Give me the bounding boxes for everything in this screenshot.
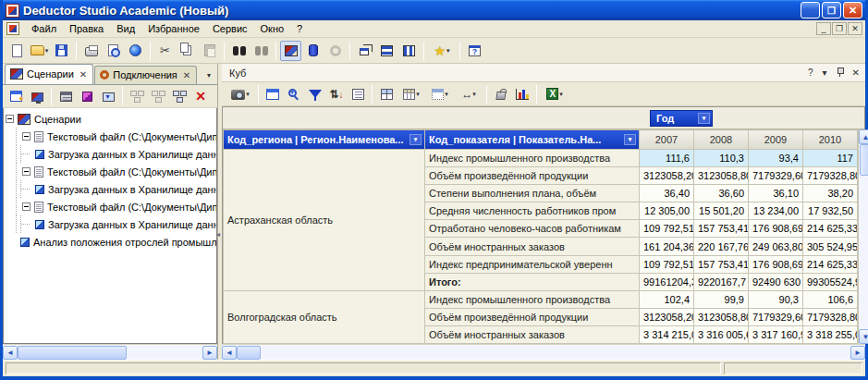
- scroll-left-icon[interactable]: ◄: [222, 346, 237, 360]
- collapse-icon[interactable]: [22, 202, 31, 211]
- value-cell[interactable]: 92490 630: [749, 273, 803, 290]
- links-button[interactable]: [169, 87, 189, 106]
- value-cell[interactable]: 13 234,00: [749, 202, 803, 220]
- value-cell[interactable]: 176 908,69: [749, 220, 803, 238]
- highlight-button[interactable]: [491, 84, 511, 104]
- menu-view[interactable]: Вид: [110, 21, 141, 36]
- tile-horizontal-button[interactable]: [376, 41, 397, 61]
- scroll-down-icon[interactable]: ▼: [859, 329, 868, 344]
- menu-help[interactable]: ?: [290, 21, 309, 36]
- scroll-left-icon[interactable]: ◄: [3, 346, 18, 360]
- value-cell[interactable]: 3123058,20: [640, 167, 694, 185]
- year-header-2009[interactable]: 2009: [749, 130, 803, 150]
- table-row[interactable]: Волгоградская область Индекс промышленно…: [224, 290, 858, 308]
- cube-dropdown-button[interactable]: ▾: [821, 67, 829, 78]
- value-cell[interactable]: 3123058,20: [640, 308, 694, 325]
- connections-view-button[interactable]: [302, 41, 324, 61]
- region-column-header[interactable]: Код_региона | Регион.Наименова...▾: [224, 130, 425, 150]
- menu-favorites[interactable]: Избранное: [141, 21, 206, 36]
- value-cell[interactable]: 36,40: [640, 185, 694, 202]
- menu-service[interactable]: Сервис: [206, 21, 254, 36]
- new-button[interactable]: [6, 41, 28, 61]
- scroll-right-icon[interactable]: ►: [850, 346, 865, 360]
- value-cell[interactable]: 90,3: [749, 290, 803, 308]
- value-cell[interactable]: 3 318 255,00: [803, 325, 858, 343]
- chart-button[interactable]: [512, 84, 532, 104]
- paste-button[interactable]: [199, 41, 220, 61]
- year-header-2010[interactable]: 2010: [803, 130, 858, 150]
- chevron-down-icon[interactable]: ▾: [624, 134, 636, 145]
- zoom-button[interactable]: [284, 84, 304, 104]
- value-cell[interactable]: 161 204,36: [640, 238, 694, 255]
- value-cell[interactable]: 3123058,80: [694, 167, 749, 185]
- value-cell[interactable]: 3 314 215,00: [640, 325, 694, 343]
- cube-button[interactable]: [77, 87, 97, 106]
- tree-horizontal-scrollbar[interactable]: ◄ ►: [3, 344, 217, 360]
- table-view-button[interactable]: ▾: [397, 84, 425, 104]
- status-view-button[interactable]: [324, 41, 346, 61]
- minimize-button[interactable]: _: [801, 2, 820, 18]
- year-header-2007[interactable]: 2007: [640, 130, 694, 150]
- mdi-close-button[interactable]: ✕: [848, 22, 862, 35]
- scroll-right-icon[interactable]: ►: [202, 346, 217, 360]
- tab-connections[interactable]: Подключения ✕: [94, 66, 197, 84]
- print-preview-button[interactable]: [103, 41, 124, 61]
- tab-list-dropdown[interactable]: ▾: [202, 69, 215, 81]
- value-cell[interactable]: 15 501,20: [694, 202, 749, 220]
- table-vertical-scrollbar[interactable]: ▲ ▼: [858, 129, 868, 344]
- column-width-button[interactable]: ↔▾: [455, 84, 483, 104]
- mdi-minimize-button[interactable]: _: [816, 22, 831, 35]
- scroll-thumb[interactable]: [860, 144, 868, 176]
- scroll-up-icon[interactable]: ▲: [859, 129, 868, 144]
- scroll-thumb[interactable]: [18, 346, 127, 360]
- collapse-icon[interactable]: [22, 167, 31, 176]
- open-button[interactable]: ▾: [29, 41, 50, 61]
- value-cell[interactable]: 109 792,51: [640, 220, 694, 238]
- cut-button[interactable]: ✂: [154, 41, 176, 61]
- tab-scenarios[interactable]: Сценарии ✕: [5, 64, 93, 84]
- print-button[interactable]: [80, 41, 102, 61]
- filter-button[interactable]: [305, 84, 325, 104]
- value-cell[interactable]: 7179328,80: [803, 308, 858, 325]
- pivot-button[interactable]: [376, 84, 397, 104]
- tab-connections-close-icon[interactable]: ✕: [183, 70, 190, 80]
- mdi-restore-button[interactable]: ❐: [832, 22, 847, 35]
- cascade-windows-button[interactable]: [354, 41, 375, 61]
- find-button[interactable]: [228, 41, 250, 61]
- web-button[interactable]: [125, 41, 146, 61]
- properties-button[interactable]: [348, 84, 368, 104]
- value-cell[interactable]: 99,9: [694, 290, 749, 308]
- value-cell[interactable]: 3 317 160,90: [749, 325, 803, 343]
- value-cell[interactable]: 17 932,50: [803, 202, 858, 220]
- delete-node-button[interactable]: ✕: [190, 87, 211, 106]
- warehouse-button[interactable]: [55, 87, 76, 106]
- value-cell[interactable]: 249 063,80: [749, 238, 803, 255]
- value-cell[interactable]: 7179329,60: [749, 167, 803, 185]
- scenarios-view-button[interactable]: [280, 41, 301, 61]
- tree-item-load-1[interactable]: Загрузка данных в Хранилище данн: [4, 145, 216, 163]
- value-cell[interactable]: 157 753,41: [694, 255, 749, 273]
- value-cell[interactable]: 305 524,95: [803, 238, 858, 255]
- value-cell[interactable]: 99305524,9: [803, 273, 858, 290]
- value-cell[interactable]: 214 625,33: [803, 255, 858, 273]
- help-button[interactable]: ?: [464, 41, 485, 61]
- value-cell[interactable]: 117: [803, 150, 858, 167]
- tree-root[interactable]: Сценарии: [4, 110, 216, 128]
- tree-item-load-3[interactable]: Загрузка данных в Хранилище данн: [4, 215, 216, 233]
- tree-item-textfile-3[interactable]: Текстовый файл (C:\Документы\Дип 2: [4, 198, 216, 215]
- headers-button[interactable]: ▾: [426, 84, 454, 104]
- link-up-button[interactable]: [127, 87, 147, 106]
- table-horizontal-scrollbar[interactable]: ◄ ►: [222, 344, 865, 360]
- tile-vertical-button[interactable]: [398, 41, 420, 61]
- year-header-2008[interactable]: 2008: [694, 130, 749, 150]
- value-cell[interactable]: 3123058,80: [694, 308, 749, 325]
- chevron-down-icon[interactable]: ▾: [698, 113, 710, 124]
- menu-window[interactable]: Окно: [254, 21, 291, 36]
- save-button[interactable]: [51, 41, 72, 61]
- dimensions-button[interactable]: [263, 84, 283, 104]
- value-cell[interactable]: 176 908,69: [749, 255, 803, 273]
- collapse-icon[interactable]: [6, 115, 14, 123]
- value-cell[interactable]: 38,20: [803, 185, 858, 202]
- maximize-button[interactable]: ❐: [822, 2, 841, 18]
- tree-item-load-2[interactable]: Загрузка данных в Хранилище данн: [4, 180, 216, 198]
